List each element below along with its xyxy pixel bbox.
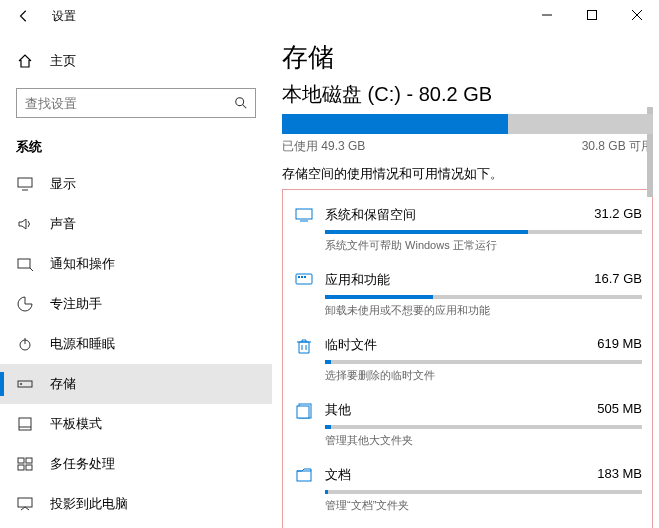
storage-categories: 系统和保留空间31.2 GB系统文件可帮助 Windows 正常运行应用和功能1…: [282, 189, 653, 528]
storage-category[interactable]: 地图131 MB删除离线地图或更改其位置: [293, 521, 642, 528]
minimize-button[interactable]: [524, 0, 569, 30]
nav-focus[interactable]: 专注助手: [0, 284, 272, 324]
nav-item-label: 平板模式: [50, 415, 102, 433]
category-bar-fill: [325, 360, 331, 364]
category-size: 31.2 GB: [594, 206, 642, 224]
page-title: 存储: [282, 40, 653, 75]
search-box[interactable]: [16, 88, 256, 118]
category-title: 系统和保留空间: [325, 206, 416, 224]
window-title: 设置: [52, 8, 76, 25]
nav-home[interactable]: 主页: [0, 44, 272, 78]
category-size: 505 MB: [597, 401, 642, 419]
category-bar: [325, 425, 642, 429]
multitasking-icon: [16, 457, 34, 471]
nav-multitasking[interactable]: 多任务处理: [0, 444, 272, 484]
search-input[interactable]: [16, 88, 256, 118]
drive-usage-labels: 已使用 49.3 GB 30.8 GB 可用: [282, 138, 653, 155]
maximize-button[interactable]: [569, 0, 614, 30]
drive-usage-fill: [282, 114, 508, 134]
category-desc: 管理“文档”文件夹: [325, 498, 642, 513]
notifications-icon: [16, 257, 34, 271]
home-icon: [16, 53, 34, 69]
category-title: 其他: [325, 401, 351, 419]
close-button[interactable]: [614, 0, 659, 30]
nav-sound[interactable]: 声音: [0, 204, 272, 244]
category-bar: [325, 360, 642, 364]
svg-rect-17: [18, 465, 24, 470]
category-desc: 管理其他大文件夹: [325, 433, 642, 448]
nav-item-label: 通知和操作: [50, 255, 115, 273]
search-icon: [234, 96, 248, 110]
back-button[interactable]: [14, 6, 34, 26]
svg-rect-20: [296, 209, 312, 219]
drive-usage-bar: [282, 114, 653, 134]
tablet-icon: [16, 417, 34, 431]
svg-line-5: [243, 105, 247, 109]
projecting-icon: [16, 497, 34, 511]
svg-rect-24: [301, 276, 303, 278]
display-icon: [16, 177, 34, 191]
svg-rect-16: [26, 458, 32, 463]
category-icon: [293, 271, 315, 318]
svg-rect-30: [297, 471, 311, 481]
category-desc: 系统文件可帮助 Windows 正常运行: [325, 238, 642, 253]
category-bar: [325, 490, 642, 494]
storage-icon: [16, 378, 34, 390]
used-label: 已使用 49.3 GB: [282, 138, 365, 155]
nav-tablet[interactable]: 平板模式: [0, 404, 272, 444]
storage-category[interactable]: 其他505 MB管理其他大文件夹: [293, 391, 642, 456]
category-desc: 选择要删除的临时文件: [325, 368, 642, 383]
svg-rect-23: [298, 276, 300, 278]
svg-rect-22: [296, 274, 312, 284]
storage-category[interactable]: 系统和保留空间31.2 GB系统文件可帮助 Windows 正常运行: [293, 196, 642, 261]
storage-category[interactable]: 应用和功能16.7 GB卸载未使用或不想要的应用和功能: [293, 261, 642, 326]
nav-item-label: 投影到此电脑: [50, 495, 128, 513]
category-icon: [293, 206, 315, 253]
svg-rect-1: [587, 11, 596, 20]
category-title: 文档: [325, 466, 351, 484]
category-size: 16.7 GB: [594, 271, 642, 289]
category-bar-fill: [325, 295, 433, 299]
category-bar: [325, 230, 642, 234]
nav-home-label: 主页: [50, 52, 76, 70]
svg-rect-19: [18, 498, 32, 507]
nav-display[interactable]: 显示: [0, 164, 272, 204]
nav-item-label: 多任务处理: [50, 455, 115, 473]
storage-category[interactable]: 临时文件619 MB选择要删除的临时文件: [293, 326, 642, 391]
section-label: 系统: [0, 124, 272, 164]
power-icon: [16, 336, 34, 352]
category-icon: [293, 466, 315, 513]
storage-category[interactable]: 文档183 MB管理“文档”文件夹: [293, 456, 642, 521]
category-bar-fill: [325, 230, 528, 234]
drive-heading: 本地磁盘 (C:) - 80.2 GB: [282, 81, 653, 108]
nav-notifications[interactable]: 通知和操作: [0, 244, 272, 284]
svg-rect-18: [26, 465, 32, 470]
content-area: 存储 本地磁盘 (C:) - 80.2 GB 已使用 49.3 GB 30.8 …: [282, 32, 653, 528]
category-desc: 卸载未使用或不想要的应用和功能: [325, 303, 642, 318]
category-icon: [293, 336, 315, 383]
category-bar-fill: [325, 490, 328, 494]
nav-item-label: 声音: [50, 215, 76, 233]
svg-rect-29: [297, 406, 309, 418]
svg-point-4: [236, 98, 244, 106]
svg-point-12: [20, 383, 22, 385]
left-panel: 主页 系统 显示 声音 通知和操作 专注助手 电源和睡眠 存储 平板模式 多任务…: [0, 32, 272, 524]
nav-item-label: 显示: [50, 175, 76, 193]
usage-description: 存储空间的使用情况和可用情况如下。: [282, 165, 653, 183]
focus-icon: [16, 296, 34, 312]
category-icon: [293, 401, 315, 448]
nav-power[interactable]: 电源和睡眠: [0, 324, 272, 364]
svg-rect-25: [304, 276, 306, 278]
svg-rect-13: [19, 418, 31, 430]
nav-storage[interactable]: 存储: [0, 364, 272, 404]
category-size: 183 MB: [597, 466, 642, 484]
nav-item-label: 存储: [50, 375, 76, 393]
svg-rect-15: [18, 458, 24, 463]
category-title: 应用和功能: [325, 271, 390, 289]
svg-rect-6: [18, 178, 32, 187]
svg-rect-8: [18, 259, 30, 268]
nav-item-label: 专注助手: [50, 295, 102, 313]
nav-projecting[interactable]: 投影到此电脑: [0, 484, 272, 524]
category-bar-fill: [325, 425, 331, 429]
category-size: 619 MB: [597, 336, 642, 354]
